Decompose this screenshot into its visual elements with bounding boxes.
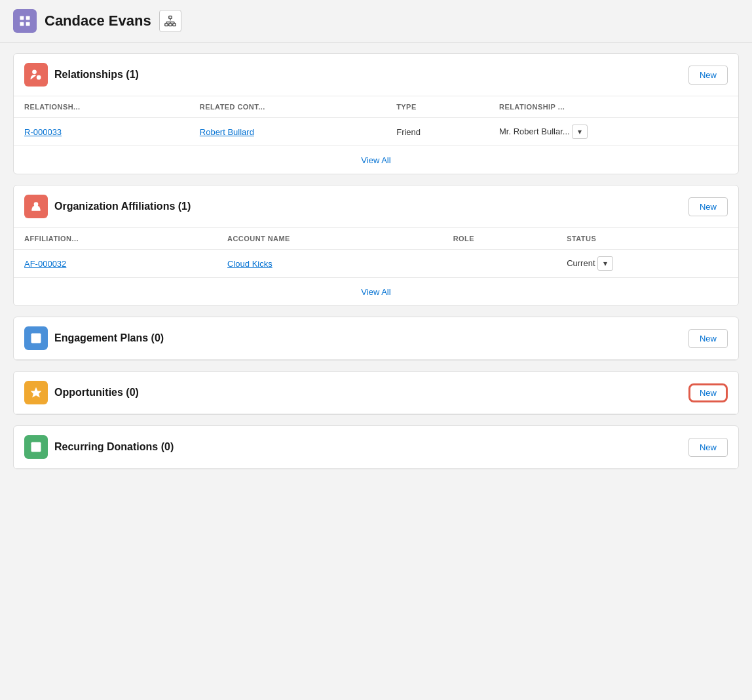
relationships-view-all-row: View All	[14, 146, 738, 174]
svg-line-16	[31, 206, 32, 208]
page-title: Candace Evans	[45, 12, 151, 29]
svg-point-13	[32, 70, 37, 75]
svg-marker-22	[31, 387, 42, 398]
org-affiliations-icon	[24, 195, 48, 218]
opportunities-title: Opportunities (0)	[54, 387, 139, 399]
relationship-id-link[interactable]: R-000033	[24, 127, 62, 137]
svg-rect-1	[26, 16, 30, 20]
engagement-plans-header: Engagement Plans (0) New	[14, 317, 738, 360]
relationship-type: Friend	[386, 118, 489, 146]
svg-rect-3	[26, 22, 30, 26]
account-name-link[interactable]: Cloud Kicks	[227, 259, 273, 269]
recurring-donations-title: Recurring Donations (0)	[54, 441, 174, 453]
svg-rect-5	[164, 24, 168, 26]
relationships-title: Relationships (1)	[54, 69, 139, 81]
relationships-icon	[24, 63, 48, 87]
col-affiliation: AFFILIATION...	[14, 228, 217, 250]
contact-icon	[13, 9, 37, 33]
related-contact-link[interactable]: Robert Bullard	[200, 127, 254, 137]
recurring-donations-new-button[interactable]: New	[688, 438, 728, 457]
table-row: R-000033 Robert Bullard Friend Mr. Rober…	[14, 118, 738, 146]
org-affiliations-section: Organization Affiliations (1) New AFFILI…	[13, 185, 739, 306]
col-relationship-name: RELATIONSHIP ...	[489, 96, 738, 118]
org-affiliations-new-button[interactable]: New	[688, 197, 728, 216]
recurring-donations-icon	[24, 435, 48, 459]
org-affiliations-view-all-row: View All	[14, 277, 738, 305]
opportunities-new-button[interactable]: New	[688, 383, 728, 402]
table-row: AF-000032 Cloud Kicks Current ▾	[14, 250, 738, 278]
col-role: ROLE	[443, 228, 557, 250]
relationships-section: Relationships (1) New RELATIONSH... RELA…	[13, 53, 739, 174]
org-affiliations-header: Organization Affiliations (1) New	[14, 185, 738, 228]
page-header: Candace Evans	[0, 0, 752, 43]
engagement-plans-section: Engagement Plans (0) New	[13, 317, 739, 360]
svg-rect-7	[172, 24, 176, 26]
affiliation-role	[443, 250, 557, 278]
col-type: TYPE	[386, 96, 489, 118]
affiliation-id-link[interactable]: AF-000032	[24, 259, 66, 269]
org-affiliations-view-all-link[interactable]: View All	[361, 287, 390, 297]
svg-rect-23	[31, 442, 41, 452]
svg-line-17	[41, 206, 42, 208]
engagement-plans-new-button[interactable]: New	[688, 329, 728, 348]
relationships-new-button[interactable]: New	[688, 66, 728, 85]
col-account-name: ACCOUNT NAME	[217, 228, 443, 250]
recurring-donations-section: Recurring Donations (0) New	[13, 425, 739, 469]
opportunities-section: Opportunities (0) New	[13, 371, 739, 415]
org-affiliations-title: Organization Affiliations (1)	[54, 201, 191, 212]
opportunities-header: Opportunities (0) New	[14, 372, 738, 414]
opportunities-icon	[24, 381, 48, 404]
svg-rect-2	[20, 22, 24, 26]
relationship-dropdown-button[interactable]: ▾	[572, 125, 588, 139]
recurring-donations-header: Recurring Donations (0) New	[14, 426, 738, 469]
svg-rect-0	[20, 16, 24, 20]
col-status: STATUS	[556, 228, 738, 250]
svg-rect-4	[168, 16, 172, 19]
hierarchy-button[interactable]	[159, 10, 181, 32]
engagement-plans-icon	[24, 326, 48, 350]
col-relationship: RELATIONSH...	[14, 96, 189, 118]
relationships-header: Relationships (1) New	[14, 54, 738, 96]
org-affiliations-table: AFFILIATION... ACCOUNT NAME ROLE STATUS …	[14, 228, 738, 277]
relationships-table: RELATIONSH... RELATED CONT... TYPE RELAT…	[14, 96, 738, 146]
relationships-view-all-link[interactable]: View All	[361, 155, 390, 165]
col-related-contact: RELATED CONT...	[189, 96, 386, 118]
svg-rect-18	[31, 334, 41, 343]
svg-rect-6	[168, 24, 172, 26]
affiliation-dropdown-button[interactable]: ▾	[597, 256, 613, 271]
svg-point-14	[37, 75, 41, 80]
main-content: Relationships (1) New RELATIONSH... RELA…	[0, 43, 752, 480]
relationship-name-cell: Mr. Robert Bullar... ▾	[489, 118, 738, 146]
affiliation-status-cell: Current ▾	[556, 250, 738, 278]
engagement-plans-title: Engagement Plans (0)	[54, 332, 164, 344]
